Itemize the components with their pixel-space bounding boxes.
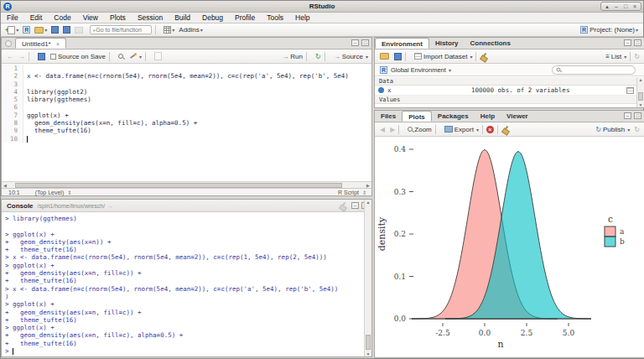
clear-console-button[interactable] xyxy=(339,202,346,210)
refresh-icon[interactable]: ↻ xyxy=(634,126,640,133)
menu-debug[interactable]: Debug xyxy=(196,13,229,22)
scroll-right-icon[interactable]: ▶ xyxy=(365,183,371,188)
horizontal-scrollbar[interactable]: ◀ ▶ xyxy=(2,181,371,188)
object-value: 100000 obs. of 2 variables xyxy=(471,86,569,94)
menu-tools[interactable]: Tools xyxy=(261,13,289,22)
rerun-button[interactable]: ↻ xyxy=(315,53,321,60)
scroll-down-icon[interactable]: ▼ xyxy=(365,351,371,356)
refresh-icon[interactable]: ↻ xyxy=(634,53,640,60)
window-close-button[interactable]: × xyxy=(631,3,639,10)
menu-file[interactable]: File xyxy=(1,13,24,22)
menu-session[interactable]: Session xyxy=(132,13,169,22)
scrollbar-thumb[interactable] xyxy=(366,335,371,350)
minimize-pane-button[interactable]: – xyxy=(351,202,359,209)
load-workspace-button[interactable] xyxy=(380,53,389,60)
menu-plots[interactable]: Plots xyxy=(104,13,132,22)
publish-dropdown[interactable]: ↻ Publish ▾ xyxy=(595,126,630,133)
forward-button[interactable]: → xyxy=(18,53,25,60)
previous-plot-button[interactable]: ◀ xyxy=(380,126,385,133)
print-button[interactable] xyxy=(75,27,83,34)
console-scrollbar[interactable]: ▲ ▼ xyxy=(364,200,371,356)
save-icon xyxy=(394,53,402,60)
environment-scrollbar[interactable]: ▲ ▼ xyxy=(636,77,644,107)
zoom-icon xyxy=(408,127,413,132)
code-editor[interactable]: 12x <- data.frame(n=c(rnorm(5e4), rnorm(… xyxy=(2,65,371,181)
clear-all-plots-button[interactable] xyxy=(501,126,509,133)
tab-history[interactable]: History xyxy=(429,38,465,49)
scroll-down-icon[interactable]: ▼ xyxy=(637,102,644,107)
window-pin-button[interactable]: ▴ xyxy=(603,3,611,10)
tab-packages[interactable]: Packages xyxy=(432,111,475,122)
source-button[interactable]: → Source ▾ xyxy=(334,53,368,60)
export-dropdown[interactable]: Export ▾ xyxy=(444,126,479,133)
console-header: Console /spin1/home/linux/wresch/ → – □ xyxy=(2,200,371,212)
tab-help[interactable]: Help xyxy=(475,111,501,122)
code-tools-button[interactable]: ▾ xyxy=(128,52,142,60)
window-minimize-button[interactable]: – xyxy=(612,3,621,10)
view-data-icon[interactable] xyxy=(626,87,634,94)
goto-file-function-box[interactable]: ▸ xyxy=(90,25,152,34)
close-icon[interactable]: × xyxy=(56,41,60,47)
tab-files[interactable]: Files xyxy=(375,111,402,122)
console-output[interactable]: > library(ggthemes) > ggplot(x) ++ geom_… xyxy=(2,213,371,356)
tab-environment[interactable]: Environment xyxy=(375,38,429,49)
addins-dropdown[interactable]: Addins ▾ xyxy=(179,26,202,34)
new-project-icon: R xyxy=(23,26,30,34)
maximize-pane-button[interactable]: □ xyxy=(634,39,641,46)
line-number: 10 xyxy=(2,135,23,143)
compile-report-button[interactable] xyxy=(154,52,162,60)
tab-plots[interactable]: Plots xyxy=(402,111,432,122)
scrollbar-thumb[interactable] xyxy=(15,183,342,188)
open-file-button[interactable]: ▾ xyxy=(34,27,47,34)
clear-environment-button[interactable] xyxy=(480,53,487,60)
tab-untitled1[interactable]: Untitled1* × xyxy=(15,38,66,49)
back-button[interactable]: ← xyxy=(7,53,13,60)
menu-edit[interactable]: Edit xyxy=(24,13,49,22)
scroll-up-icon[interactable]: ▲ xyxy=(365,200,371,205)
menu-code[interactable]: Code xyxy=(48,13,76,22)
save-button[interactable] xyxy=(51,26,59,34)
source-on-save-checkbox[interactable]: Source on Save xyxy=(50,53,106,60)
menu-view[interactable]: View xyxy=(77,13,104,22)
new-file-button[interactable]: + ▾ xyxy=(5,26,18,34)
scroll-left-icon[interactable]: ◀ xyxy=(2,183,8,188)
find-replace-button[interactable] xyxy=(118,54,123,59)
minimize-pane-button[interactable]: – xyxy=(624,39,631,46)
next-plot-button[interactable]: ▶ xyxy=(390,126,395,133)
save-workspace-button[interactable] xyxy=(394,53,402,60)
tab-connections[interactable]: Connections xyxy=(464,38,516,49)
line-number: 9 xyxy=(2,127,23,134)
zoom-plot-button[interactable]: Zoom xyxy=(408,126,431,133)
new-project-button[interactable]: R xyxy=(23,26,30,34)
tab-viewer[interactable]: Viewer xyxy=(501,111,534,122)
goto-file-function-input[interactable] xyxy=(96,27,148,33)
menu-help[interactable]: Help xyxy=(289,13,315,22)
project-selector[interactable]: R Project: (None) ▾ xyxy=(580,26,638,34)
save-source-button[interactable] xyxy=(38,53,45,60)
minimize-pane-button[interactable]: – xyxy=(351,39,359,46)
scope-dropdown[interactable]: Global Environment ▾ xyxy=(391,66,451,74)
remove-plot-button[interactable]: × xyxy=(486,126,494,133)
plots-pane: FilesPlotsPackagesHelpViewer – □ ◀ ▶ Zoo… xyxy=(374,110,644,358)
save-all-button[interactable] xyxy=(63,26,70,34)
scrollbar-thumb[interactable] xyxy=(638,92,643,101)
plots-tabstrip: FilesPlotsPackagesHelpViewer – □ xyxy=(375,111,644,122)
environment-search-box[interactable] xyxy=(552,65,636,75)
window-maximize-button[interactable]: □ xyxy=(621,3,630,10)
scroll-up-icon[interactable]: ▲ xyxy=(637,77,644,82)
run-button[interactable]: → Run xyxy=(282,53,303,60)
filetype-selector[interactable]: R Script ⇕ xyxy=(338,190,366,195)
object-row-x[interactable]: x 100000 obs. of 2 variables xyxy=(375,86,636,96)
list-view-dropdown[interactable]: ≡ List ▾ xyxy=(605,53,626,60)
maximize-pane-button[interactable]: □ xyxy=(361,39,369,46)
maximize-pane-button[interactable]: □ xyxy=(634,112,641,119)
scope-selector[interactable]: (Top Level) ⇕ xyxy=(35,190,72,195)
source-popout-button[interactable] xyxy=(5,40,12,47)
menu-build[interactable]: Build xyxy=(169,13,196,22)
minimize-pane-button[interactable]: – xyxy=(624,112,631,119)
wd-goto-icon[interactable]: → xyxy=(107,203,113,209)
panes-layout-button[interactable]: ▾ xyxy=(164,26,174,34)
menu-profile[interactable]: Profile xyxy=(229,13,261,22)
line-number: 4 xyxy=(2,88,23,96)
import-dataset-dropdown[interactable]: Import Dataset ▾ xyxy=(414,53,472,60)
